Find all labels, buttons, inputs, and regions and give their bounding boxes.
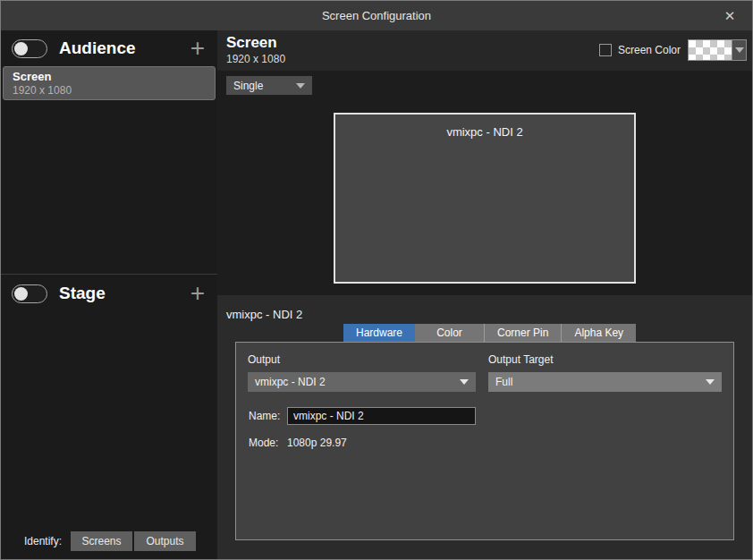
output-settings-panel: vmixpc - NDI 2 Hardware Color Corner Pin… — [217, 295, 752, 560]
identify-outputs-button[interactable]: Outputs — [134, 531, 196, 551]
titlebar: Screen Configuration ✕ — [1, 1, 752, 30]
name-label: Name: — [249, 410, 287, 422]
identify-row: Identify: Screens Outputs — [24, 531, 207, 551]
chevron-down-icon — [706, 379, 715, 385]
output-dropdown-value: vmixpc - NDI 2 — [255, 376, 460, 388]
identify-screens-button[interactable]: Screens — [71, 531, 132, 551]
screen-color-label: Screen Color — [618, 44, 681, 56]
window-body: Audience + Screen 1920 x 1080 Stage + Id… — [1, 30, 752, 560]
output-settings-tabs: Hardware Color Corner Pin Alpha Key — [343, 324, 636, 342]
tab-corner-pin[interactable]: Corner Pin — [485, 324, 562, 342]
identify-label: Identify: — [24, 535, 62, 547]
output-target-field: Output Target Full — [488, 353, 722, 392]
screen-color-controls: Screen Color — [599, 39, 747, 61]
screen-item-name: Screen — [13, 70, 215, 83]
name-input[interactable] — [287, 407, 476, 425]
screen-configuration-window: Screen Configuration ✕ Audience + Screen… — [0, 0, 753, 560]
mode-value: 1080p 29.97 — [287, 437, 347, 449]
mode-label: Mode: — [249, 437, 287, 449]
close-icon[interactable]: ✕ — [718, 1, 741, 30]
screen-color-checkbox[interactable] — [599, 44, 612, 56]
hardware-tab-content: Output vmixpc - NDI 2 Output Target Full — [235, 342, 734, 540]
output-label: Output — [248, 353, 476, 366]
add-audience-screen-icon[interactable]: + — [189, 38, 207, 58]
stage-list-empty-space — [1, 312, 217, 531]
output-target-dropdown-value: Full — [495, 376, 706, 388]
tab-alpha-key[interactable]: Alpha Key — [562, 324, 636, 342]
screen-mode-dropdown[interactable]: Single — [226, 76, 312, 95]
output-field: Output vmixpc - NDI 2 — [248, 353, 476, 392]
preview-output-label: vmixpc - NDI 2 — [446, 125, 522, 139]
transparent-color-swatch — [689, 40, 732, 60]
output-target-dropdown[interactable]: Full — [488, 372, 722, 392]
chevron-down-icon — [460, 379, 469, 385]
toggle-knob-icon — [14, 287, 28, 301]
add-stage-screen-icon[interactable]: + — [189, 284, 207, 303]
screen-mode-value: Single — [233, 80, 296, 92]
window-title: Screen Configuration — [322, 9, 431, 22]
stage-toggle[interactable] — [12, 284, 47, 303]
chevron-down-icon — [735, 47, 744, 53]
audience-list-empty-space — [1, 100, 217, 274]
audience-toggle[interactable] — [12, 39, 47, 58]
screen-preview-box[interactable]: vmixpc - NDI 2 — [334, 113, 636, 284]
output-panel-title: vmixpc - NDI 2 — [226, 308, 302, 321]
screen-color-dropdown[interactable] — [688, 39, 747, 61]
screen-list-item[interactable]: Screen 1920 x 1080 — [3, 66, 216, 100]
tab-color[interactable]: Color — [415, 324, 485, 342]
chevron-down-icon — [296, 83, 305, 89]
stage-section-title: Stage — [59, 284, 189, 303]
output-dropdowns-row: Output vmixpc - NDI 2 Output Target Full — [248, 353, 722, 392]
sidebar: Audience + Screen 1920 x 1080 Stage + Id… — [1, 30, 217, 560]
tab-hardware[interactable]: Hardware — [343, 324, 415, 342]
toggle-knob-icon — [14, 42, 28, 55]
main-header: Screen 1920 x 1080 Screen Color — [217, 30, 752, 71]
stage-section-header: Stage + — [1, 275, 217, 312]
screen-preview-area: vmixpc - NDI 2 — [217, 100, 752, 295]
audience-section-header: Audience + — [1, 30, 217, 66]
screen-item-resolution: 1920 x 1080 — [13, 84, 215, 97]
name-field-row: Name: — [248, 407, 722, 425]
color-dropdown-button[interactable] — [732, 40, 746, 60]
mode-row: Mode: 1080p 29.97 — [248, 437, 722, 449]
main-area: Screen 1920 x 1080 Screen Color Single — [217, 30, 752, 560]
output-dropdown[interactable]: vmixpc - NDI 2 — [248, 372, 476, 392]
audience-section-title: Audience — [59, 38, 189, 58]
output-target-label: Output Target — [488, 353, 722, 366]
screen-mode-toolbar: Single — [217, 71, 752, 100]
